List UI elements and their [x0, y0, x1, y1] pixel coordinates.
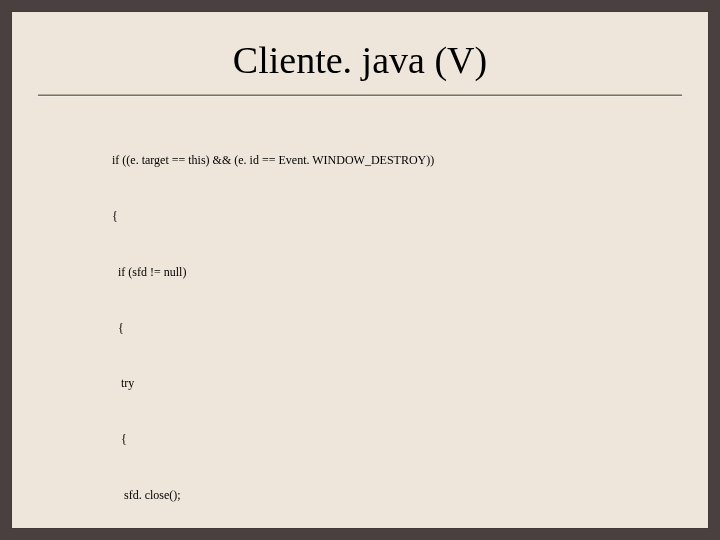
slide-title: Cliente. java (V) — [12, 12, 708, 94]
code-line: { — [112, 430, 688, 449]
code-line: { — [112, 207, 688, 226]
code-line: { — [112, 319, 688, 338]
title-underline — [38, 94, 682, 96]
code-block: if ((e. target == this) && (e. id == Eve… — [12, 114, 708, 540]
slide: Cliente. java (V) if ((e. target == this… — [12, 12, 708, 528]
code-line: try — [112, 374, 688, 393]
code-line: if (sfd != null) — [112, 263, 688, 282]
code-line: sfd. close(); — [112, 486, 688, 505]
code-line: if ((e. target == this) && (e. id == Eve… — [112, 151, 688, 170]
